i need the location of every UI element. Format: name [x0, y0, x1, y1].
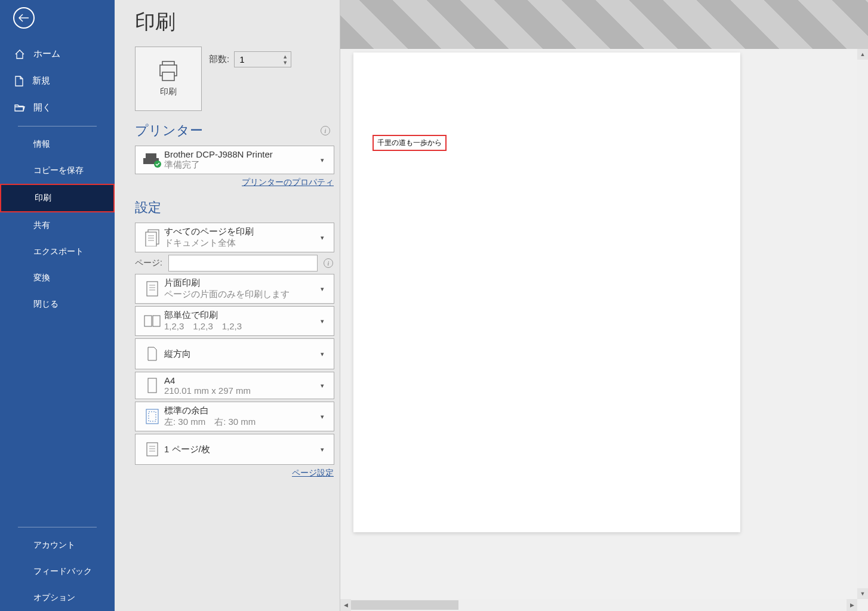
- nav-account[interactable]: アカウント: [0, 532, 115, 558]
- nav-account-label: アカウント: [33, 540, 75, 551]
- settings-section-title: 設定: [135, 199, 161, 217]
- scroll-up-icon[interactable]: ▲: [857, 49, 868, 60]
- margin-subtitle: 左: 30 mm 右: 30 mm: [164, 416, 321, 428]
- orientation-selector[interactable]: 縦方向 ▾: [135, 338, 334, 369]
- back-button[interactable]: [13, 7, 35, 29]
- nav-open-label: 開く: [33, 102, 51, 113]
- spinner-up-icon[interactable]: ▲: [282, 54, 290, 60]
- svg-rect-15: [147, 443, 158, 456]
- settings-section-header: 設定: [135, 199, 340, 217]
- pages-input[interactable]: [168, 255, 318, 271]
- svg-rect-10: [144, 316, 152, 326]
- paper-size-selector[interactable]: A4 210.01 mm x 297 mm ▾: [135, 372, 334, 399]
- printer-section-title: プリンター: [135, 122, 203, 140]
- preview-viewport[interactable]: 千里の道も一歩から: [340, 49, 868, 611]
- paper-size-subtitle: 210.01 mm x 297 mm: [164, 385, 321, 396]
- nav-new[interactable]: 新規: [0, 67, 115, 94]
- svg-rect-12: [148, 378, 156, 393]
- portrait-icon: [140, 346, 164, 362]
- print-side-selector[interactable]: 片面印刷 ページの片面のみを印刷します ▾: [135, 274, 334, 304]
- chevron-down-icon: ▾: [321, 234, 329, 242]
- printer-icon: [156, 60, 180, 82]
- horizontal-scrollbar[interactable]: ◀ ▶: [340, 599, 857, 611]
- printer-status: 準備完了: [164, 159, 321, 171]
- nav-home-label: ホーム: [33, 48, 60, 60]
- scroll-down-icon[interactable]: ▼: [857, 588, 868, 599]
- page-setup-link[interactable]: ページ設定: [292, 468, 334, 477]
- print-side-title: 片面印刷: [164, 277, 321, 289]
- printer-properties-link[interactable]: プリンターのプロパティ: [242, 177, 334, 187]
- print-button-label: 印刷: [160, 87, 177, 97]
- collate-selector[interactable]: 部単位で印刷 1,2,3 1,2,3 1,2,3 ▾: [135, 306, 334, 336]
- nav-close-label: 閉じる: [33, 299, 59, 310]
- nav-print-label: 印刷: [35, 193, 51, 203]
- print-range-subtitle: ドキュメント全体: [164, 237, 321, 249]
- chevron-down-icon: ▾: [321, 285, 329, 293]
- printer-selector[interactable]: Brother DCP-J988N Printer 準備完了 ▾: [135, 146, 334, 174]
- nav-info[interactable]: 情報: [0, 131, 115, 158]
- paper-size-title: A4: [164, 375, 321, 385]
- spinner-down-icon[interactable]: ▼: [282, 60, 290, 66]
- sidebar-divider: [18, 126, 97, 126]
- nav-transform[interactable]: 変換: [0, 265, 115, 291]
- print-side-subtitle: ページの片面のみを印刷します: [164, 289, 321, 300]
- pages-label: ページ:: [135, 258, 162, 269]
- svg-rect-14: [149, 412, 156, 421]
- printer-name: Brother DCP-J988N Printer: [164, 149, 321, 159]
- print-range-selector[interactable]: すべてのページを印刷 ドキュメント全体 ▾: [135, 223, 334, 252]
- copies-label: 部数:: [209, 54, 229, 65]
- document-icon: [14, 76, 24, 87]
- nav-feedback-label: フィードバック: [33, 566, 92, 577]
- nav-options[interactable]: オプション: [0, 585, 115, 611]
- scroll-left-icon[interactable]: ◀: [340, 599, 351, 611]
- nav-transform-label: 変換: [33, 273, 50, 283]
- chevron-down-icon: ▾: [321, 156, 329, 164]
- pages-per-sheet-selector[interactable]: 1 ページ/枚 ▾: [135, 434, 334, 465]
- margin-selector[interactable]: 標準の余白 左: 30 mm 右: 30 mm ▾: [135, 402, 334, 431]
- print-preview-area: 千里の道も一歩から ▲ ▼ ◀ ▶: [340, 0, 868, 611]
- nav-home[interactable]: ホーム: [0, 41, 115, 67]
- copies-input[interactable]: 1 ▲▼: [234, 51, 291, 67]
- margin-title: 標準の余白: [164, 405, 321, 416]
- printer-section-header: プリンター i: [135, 122, 340, 140]
- nav-close[interactable]: 閉じる: [0, 291, 115, 317]
- svg-rect-6: [147, 282, 158, 296]
- print-settings-panel: 印刷 印刷 部数: 1 ▲▼ プリンター i Brother: [115, 0, 340, 611]
- collate-title: 部単位で印刷: [164, 310, 321, 321]
- vertical-scrollbar[interactable]: ▲ ▼: [857, 49, 868, 599]
- nav-open[interactable]: 開く: [0, 94, 115, 121]
- printer-status-icon: [140, 151, 164, 169]
- single-side-icon: [140, 280, 164, 298]
- chevron-down-icon: ▾: [321, 317, 329, 325]
- print-button[interactable]: 印刷: [135, 47, 202, 111]
- paper-icon: [140, 377, 164, 394]
- nav-feedback[interactable]: フィードバック: [0, 558, 115, 585]
- copies-spinner[interactable]: ▲▼: [282, 52, 290, 67]
- sidebar-divider-bottom: [18, 527, 97, 527]
- pages-icon: [140, 229, 164, 246]
- margin-icon: [140, 408, 164, 425]
- nav-save-copy[interactable]: コピーを保存: [0, 158, 115, 184]
- scroll-right-icon[interactable]: ▶: [847, 599, 857, 611]
- pages-per-sheet-title: 1 ページ/枚: [164, 444, 321, 455]
- info-icon[interactable]: i: [321, 126, 330, 135]
- print-range-title: すべてのページを印刷: [164, 226, 321, 237]
- nav-print[interactable]: 印刷: [0, 184, 115, 212]
- nav-options-label: オプション: [33, 593, 75, 603]
- chevron-down-icon: ▾: [321, 350, 329, 358]
- chevron-down-icon: ▾: [321, 382, 329, 390]
- nav-export-label: エクスポート: [33, 246, 84, 257]
- nav-export[interactable]: エクスポート: [0, 239, 115, 265]
- chevron-down-icon: ▾: [321, 446, 329, 453]
- scrollbar-thumb[interactable]: [351, 600, 458, 610]
- copies-value: 1: [239, 54, 244, 64]
- preview-text: 千里の道も一歩から: [377, 138, 442, 147]
- backstage-sidebar: ホーム 新規 開く 情報 コピーを保存 印刷 共有 エクスポート 変換 閉じる …: [0, 0, 115, 611]
- nav-share-label: 共有: [33, 220, 50, 231]
- preview-page: 千里の道も一歩から: [353, 53, 740, 532]
- info-icon[interactable]: i: [324, 258, 333, 268]
- nav-share[interactable]: 共有: [0, 212, 115, 239]
- orientation-title: 縦方向: [164, 348, 321, 360]
- nav-save-copy-label: コピーを保存: [33, 165, 84, 176]
- page-title: 印刷: [135, 8, 340, 36]
